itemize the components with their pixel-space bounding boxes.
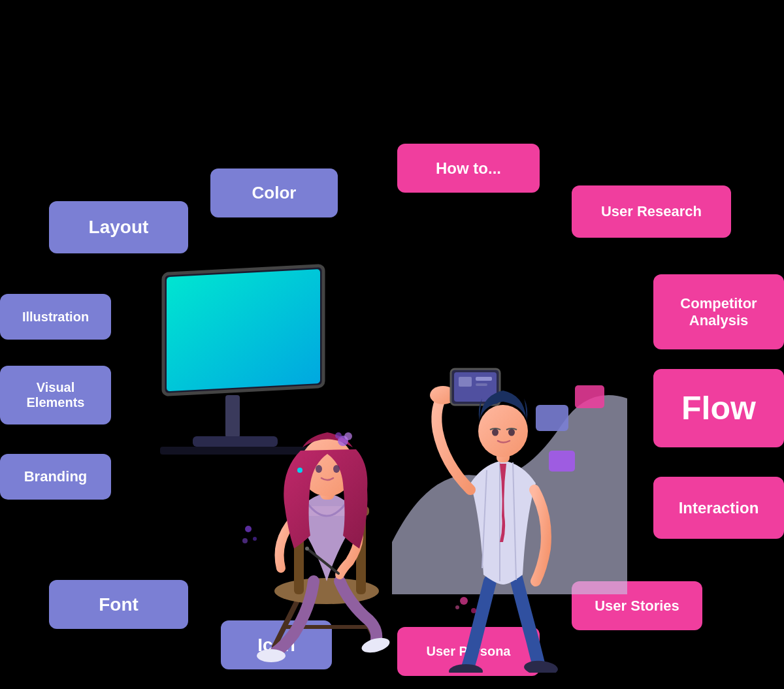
svg-point-25 — [344, 432, 352, 440]
competitor-analysis-label: Competitor Analysis — [653, 295, 784, 329]
svg-point-15 — [257, 649, 286, 662]
svg-rect-37 — [476, 383, 487, 386]
color-label: Color — [252, 183, 297, 203]
svg-point-39 — [478, 405, 528, 457]
svg-rect-7 — [160, 447, 317, 455]
svg-point-45 — [460, 597, 468, 605]
svg-point-18 — [305, 547, 309, 551]
svg-point-26 — [335, 432, 342, 439]
color-tag[interactable]: Color — [210, 168, 338, 217]
svg-rect-1 — [575, 385, 604, 408]
svg-rect-36 — [476, 377, 492, 381]
branding-label: Branding — [24, 468, 88, 485]
svg-point-46 — [471, 608, 476, 613]
svg-rect-6 — [193, 436, 278, 447]
svg-point-27 — [449, 664, 483, 673]
svg-rect-5 — [225, 395, 240, 438]
visual-elements-label: Visual Elements — [0, 380, 111, 410]
svg-point-43 — [253, 537, 257, 541]
illustration-tag[interactable]: Illustration — [0, 294, 111, 340]
svg-point-28 — [523, 660, 559, 673]
flow-label: Flow — [681, 389, 756, 427]
interaction-tag[interactable]: Interaction — [653, 477, 784, 539]
svg-point-47 — [455, 605, 459, 609]
svg-rect-35 — [459, 377, 472, 387]
svg-rect-0 — [536, 405, 568, 431]
how-to-label: How to... — [436, 159, 501, 178]
svg-point-23 — [297, 468, 302, 473]
branding-tag[interactable]: Branding — [0, 454, 111, 500]
user-research-label: User Research — [601, 203, 702, 220]
svg-point-22 — [333, 465, 340, 473]
svg-point-41 — [508, 429, 515, 436]
svg-point-40 — [492, 429, 498, 436]
flow-tag[interactable]: Flow — [653, 369, 784, 447]
how-to-tag[interactable]: How to... — [397, 144, 540, 193]
interaction-label: Interaction — [679, 499, 759, 517]
central-illustration — [118, 229, 653, 673]
svg-point-42 — [245, 526, 252, 532]
svg-point-44 — [242, 538, 248, 543]
svg-rect-4 — [167, 269, 320, 391]
svg-point-21 — [316, 465, 322, 473]
svg-rect-2 — [549, 451, 575, 472]
illustration-label: Illustration — [22, 310, 89, 325]
competitor-analysis-tag[interactable]: Competitor Analysis — [653, 274, 784, 349]
visual-elements-tag[interactable]: Visual Elements — [0, 366, 111, 425]
